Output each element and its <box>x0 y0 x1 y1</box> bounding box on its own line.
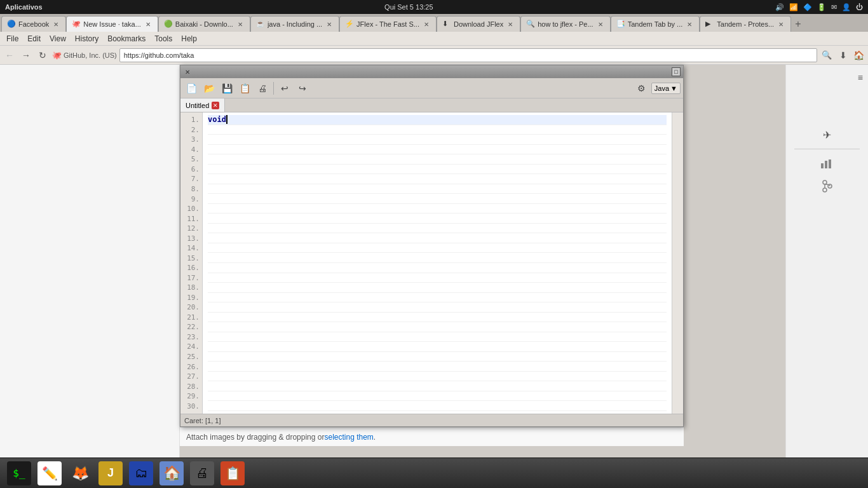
tab-how-to-jflex[interactable]: 🔍 how to jflex - Pe... ✕ <box>520 16 610 32</box>
line-num-11: 11. <box>187 214 200 224</box>
tab-close-facebook[interactable]: ✕ <box>51 20 60 29</box>
home-button[interactable]: 🏠 <box>851 48 865 62</box>
dock-firefox[interactable]: 🦊 <box>66 459 94 487</box>
search-button[interactable]: 🔍 <box>820 48 834 62</box>
menu-history[interactable]: History <box>71 33 102 44</box>
code-line-13 <box>208 233 667 243</box>
tab-favicon-tandem-tab: 📑 <box>616 20 625 29</box>
line-num-21: 21. <box>187 313 200 323</box>
settings-button[interactable]: ⚙ <box>634 80 650 97</box>
taskbar-bottom: $_ ✏️ 🦊 J 🗂 🏠 🖨 📋 <box>0 458 868 488</box>
svg-rect-0 <box>821 163 824 168</box>
tab-close-jflex[interactable]: ✕ <box>422 20 431 29</box>
chart-bar-svg <box>821 158 834 168</box>
language-label: Java <box>654 85 669 92</box>
tab-jflex[interactable]: ⚡ JFlex - The Fast S... ✕ <box>339 16 437 32</box>
new-tab-button[interactable]: + <box>791 18 804 30</box>
code-line-24 <box>208 342 667 352</box>
dock-terminal[interactable]: $_ <box>5 459 33 487</box>
line-num-17: 17. <box>187 273 200 283</box>
tab-close-download-jflex[interactable]: ✕ <box>506 20 515 29</box>
tab-label-java: java - Including ... <box>268 20 322 28</box>
line-num-4: 4. <box>191 145 200 155</box>
tab-close-baixaki[interactable]: ✕ <box>236 20 245 29</box>
site-favicon: 🐙 <box>52 51 62 60</box>
chart-icon-btn[interactable] <box>818 154 836 172</box>
tab-label-jflex: JFlex - The Fast S... <box>356 20 419 28</box>
toolbar-separator-1 <box>273 82 274 95</box>
jedit-status-bar: Caret: [1, 1] <box>180 414 683 426</box>
line-num-12: 12. <box>187 224 200 234</box>
line-num-3: 3. <box>191 135 200 145</box>
code-line-5 <box>208 154 667 165</box>
back-button[interactable]: ← <box>3 48 17 62</box>
code-line-10 <box>208 204 667 214</box>
jedit-tab-untitled[interactable]: Untitled ✕ <box>180 98 225 112</box>
forward-button[interactable]: → <box>19 48 33 62</box>
tab-close-new-issue[interactable]: ✕ <box>144 20 153 29</box>
reload-button[interactable]: ↻ <box>36 48 50 62</box>
firefox-icon: 🦊 <box>68 461 92 485</box>
open-file-button[interactable]: 📂 <box>201 80 217 97</box>
dock-todo[interactable]: 📋 <box>219 459 247 487</box>
redo-button[interactable]: ↪ <box>294 80 311 97</box>
svg-point-5 <box>823 188 827 192</box>
save-as-button[interactable]: 📋 <box>236 80 253 97</box>
tab-download-jflex[interactable]: ⬇ Download JFlex ✕ <box>437 16 520 32</box>
dock-printer[interactable]: 🖨 <box>188 459 216 487</box>
battery-icon[interactable]: 🔋 <box>817 3 826 11</box>
code-line-8 <box>208 184 667 194</box>
code-line-25 <box>208 352 667 362</box>
line-num-23: 23. <box>187 332 200 342</box>
menu-tools[interactable]: Tools <box>151 33 176 44</box>
tab-close-tandem-protes[interactable]: ✕ <box>776 20 785 29</box>
code-line-4 <box>208 145 667 155</box>
tab-baixaki[interactable]: 🟢 Baixaki - Downlo... ✕ <box>158 16 250 32</box>
menu-edit[interactable]: Edit <box>24 33 44 44</box>
dock-gedit[interactable]: ✏️ <box>36 459 64 487</box>
code-line-15 <box>208 253 667 263</box>
line-num-27: 27. <box>187 372 200 382</box>
jedit-tab-close-btn[interactable]: ✕ <box>212 102 219 109</box>
new-file-button[interactable]: 📄 <box>183 80 200 97</box>
tab-bar: 🔵 Facebook ✕ 🐙 New Issue · taka... ✕ 🟢 B… <box>0 14 868 32</box>
language-selector[interactable]: Java ▼ <box>651 83 681 94</box>
tab-close-how-to-jflex[interactable]: ✕ <box>596 20 605 29</box>
airplane-icon-btn[interactable]: ✈ <box>818 126 836 144</box>
jedit-maximize-btn[interactable]: □ <box>672 67 681 76</box>
save-file-button[interactable]: 💾 <box>219 80 235 97</box>
volume-icon[interactable]: 🔊 <box>775 3 784 11</box>
jedit-right-sidebar <box>672 112 683 414</box>
undo-button[interactable]: ↩ <box>276 80 293 97</box>
bluetooth-icon[interactable]: 🔷 <box>803 3 812 11</box>
url-bar[interactable] <box>119 48 817 62</box>
menu-help[interactable]: Help <box>177 33 201 44</box>
app-menu-label[interactable]: Aplicativos <box>5 3 43 11</box>
menu-file[interactable]: File <box>3 33 22 44</box>
tab-tandem-tab[interactable]: 📑 Tandem Tab by ... ✕ <box>611 16 700 32</box>
email-icon[interactable]: ✉ <box>831 3 837 11</box>
menu-view[interactable]: View <box>46 33 70 44</box>
dock-home[interactable]: 🏠 <box>158 459 186 487</box>
tab-new-issue[interactable]: 🐙 New Issue · taka... ✕ <box>66 16 158 32</box>
menu-bookmarks[interactable]: Bookmarks <box>104 33 149 44</box>
selecting-them-link[interactable]: selecting them <box>324 433 373 442</box>
tab-close-java[interactable]: ✕ <box>325 20 334 29</box>
tab-java[interactable]: ☕ java - Including ... ✕ <box>250 16 339 32</box>
wifi-icon[interactable]: 📶 <box>789 3 798 11</box>
user-icon[interactable]: 👤 <box>842 3 851 11</box>
code-area[interactable]: void <box>203 112 672 414</box>
power-icon[interactable]: ⏻ <box>856 3 863 11</box>
downloads-button[interactable]: ⬇ <box>836 48 850 62</box>
print-button[interactable]: 🖨 <box>254 80 271 97</box>
right-sidebar-top: ≡ <box>786 71 868 84</box>
dock-nautilus[interactable]: 🗂 <box>127 459 155 487</box>
tab-tandem-protes[interactable]: ▶ Tandem - Protes... ✕ <box>700 16 791 32</box>
tab-close-tandem-tab[interactable]: ✕ <box>685 20 694 29</box>
tab-facebook[interactable]: 🔵 Facebook ✕ <box>1 16 66 32</box>
jedit-close-btn[interactable]: ✕ <box>183 67 192 76</box>
tab-favicon-how-to-jflex: 🔍 <box>526 20 535 29</box>
dock-jedit[interactable]: J <box>97 459 125 487</box>
tab-label-facebook: Facebook <box>18 20 49 28</box>
branch-icon-btn[interactable] <box>818 177 836 195</box>
